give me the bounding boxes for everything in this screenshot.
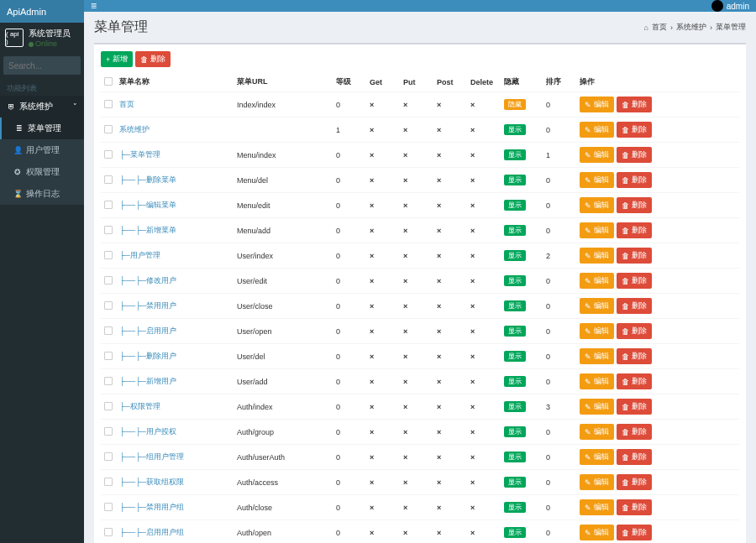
breadcrumb: ⌂ 首页 › 系统维护 › 菜单管理	[644, 22, 746, 33]
nav-label: 用户管理	[26, 144, 60, 156]
topbar-user-label[interactable]: admin	[727, 2, 749, 11]
menu-name-link[interactable]: 首页	[119, 100, 134, 108]
row-delete-button[interactable]: 🗑删除	[617, 348, 652, 364]
delete-button[interactable]: 🗑删除	[135, 51, 171, 67]
edit-button[interactable]: ✎编辑	[580, 122, 614, 138]
edit-button[interactable]: ✎编辑	[580, 97, 614, 112]
row-delete-button[interactable]: 🗑删除	[617, 373, 652, 389]
menu-name-link[interactable]: ├──├─获取组权限	[119, 478, 184, 486]
menu-name-link[interactable]: ├──├─修改用户	[119, 276, 176, 285]
edit-button[interactable]: ✎编辑	[580, 147, 614, 163]
menu-level: 0	[333, 269, 366, 294]
row-checkbox[interactable]	[104, 175, 113, 184]
sidebar-subitem[interactable]: ⌛操作日志	[0, 183, 84, 205]
edit-button[interactable]: ✎编辑	[580, 222, 614, 238]
menu-name-link[interactable]: ├──├─新增菜单	[119, 226, 176, 234]
menu-name-link[interactable]: ├──├─删除用户	[119, 352, 176, 360]
row-delete-button[interactable]: 🗑删除	[617, 499, 652, 515]
hamburger-icon[interactable]: ≡	[91, 0, 97, 12]
edit-button[interactable]: ✎编辑	[580, 172, 614, 188]
edit-button[interactable]: ✎编辑	[580, 499, 614, 515]
row-delete-button[interactable]: 🗑删除	[617, 172, 652, 188]
x-icon: ×	[437, 101, 441, 109]
menu-name-link[interactable]: ├──├─组用户管理	[119, 452, 184, 461]
row-delete-button[interactable]: 🗑删除	[617, 449, 652, 465]
edit-button[interactable]: ✎编辑	[580, 348, 614, 364]
menu-name-link[interactable]: ├──├─禁用用户	[119, 301, 176, 310]
row-checkbox[interactable]	[104, 301, 113, 310]
sidebar-item[interactable]: ⛨系统维护˅	[0, 96, 84, 117]
edit-button[interactable]: ✎编辑	[580, 449, 614, 465]
row-delete-button[interactable]: 🗑删除	[617, 399, 652, 415]
row-checkbox[interactable]	[104, 276, 113, 285]
row-checkbox[interactable]	[104, 427, 113, 436]
row-checkbox[interactable]	[104, 528, 113, 536]
row-delete-button[interactable]: 🗑删除	[617, 525, 652, 540]
menu-name-link[interactable]: ├──├─启用用户	[119, 326, 176, 335]
row-delete-button[interactable]: 🗑删除	[617, 122, 652, 138]
row-checkbox[interactable]	[104, 503, 113, 511]
row-delete-button[interactable]: 🗑删除	[617, 97, 652, 112]
menu-sort: 0	[543, 369, 576, 394]
menu-name-link[interactable]: ├──├─删除菜单	[119, 175, 176, 184]
row-delete-button[interactable]: 🗑删除	[617, 273, 652, 289]
row-checkbox[interactable]	[104, 326, 113, 335]
row-delete-button[interactable]: 🗑删除	[617, 147, 652, 163]
edit-button[interactable]: ✎编辑	[580, 323, 614, 339]
edit-button[interactable]: ✎编辑	[580, 474, 614, 490]
row-delete-button[interactable]: 🗑删除	[617, 222, 652, 238]
menu-name-link[interactable]: ├─用户管理	[119, 251, 160, 259]
topbar: ≡ admin	[84, 0, 756, 12]
menu-name-link[interactable]: 系统维护	[119, 125, 150, 133]
menu-sort: 0	[543, 269, 576, 294]
edit-button[interactable]: ✎编辑	[580, 273, 614, 289]
breadcrumb-section[interactable]: 系统维护	[676, 22, 706, 33]
edit-button[interactable]: ✎编辑	[580, 525, 614, 540]
topbar-avatar[interactable]	[711, 0, 723, 12]
brand-logo[interactable]: ApiAdmin	[0, 0, 84, 23]
row-checkbox[interactable]	[104, 352, 113, 360]
menu-name-link[interactable]: ├──├─用户授权	[119, 427, 176, 436]
row-checkbox[interactable]	[104, 452, 113, 461]
edit-button[interactable]: ✎编辑	[580, 197, 614, 213]
add-button[interactable]: +新增	[101, 51, 133, 67]
edit-button[interactable]: ✎编辑	[580, 399, 614, 415]
row-checkbox[interactable]	[104, 100, 113, 108]
sidebar-subitem[interactable]: ≣菜单管理	[0, 117, 84, 139]
row-checkbox[interactable]	[104, 478, 113, 486]
row-delete-button[interactable]: 🗑删除	[617, 424, 652, 440]
edit-button[interactable]: ✎编辑	[580, 424, 614, 440]
menu-name-link[interactable]: ├──├─禁用用户组	[119, 503, 184, 511]
menu-name-link[interactable]: ├─权限管理	[119, 402, 160, 410]
menu-name-link[interactable]: ├─菜单管理	[119, 150, 160, 159]
select-all-checkbox[interactable]	[104, 77, 113, 86]
sidebar-subitem[interactable]: ✪权限管理	[0, 161, 84, 183]
menu-level: 1	[333, 117, 366, 143]
th-level: 等级	[333, 72, 366, 92]
row-delete-button[interactable]: 🗑删除	[617, 298, 652, 314]
x-icon: ×	[470, 352, 475, 361]
edit-button[interactable]: ✎编辑	[580, 373, 614, 389]
row-delete-button[interactable]: 🗑删除	[617, 248, 652, 264]
row-delete-button[interactable]: 🗑删除	[617, 474, 652, 490]
edit-button[interactable]: ✎编辑	[580, 298, 614, 314]
edit-button[interactable]: ✎编辑	[580, 248, 614, 264]
row-checkbox[interactable]	[104, 201, 113, 209]
menu-level: 0	[333, 243, 366, 269]
row-checkbox[interactable]	[104, 226, 113, 234]
sidebar-search[interactable]: 🔍	[3, 56, 81, 75]
row-delete-button[interactable]: 🗑删除	[617, 197, 652, 213]
row-delete-button[interactable]: 🗑删除	[617, 323, 652, 339]
row-checkbox[interactable]	[104, 377, 113, 385]
sidebar-subitem[interactable]: 👤用户管理	[0, 139, 84, 161]
row-checkbox[interactable]	[104, 150, 113, 159]
row-checkbox[interactable]	[104, 125, 113, 133]
row-checkbox[interactable]	[104, 402, 113, 410]
menu-name-link[interactable]: ├──├─新增用户	[119, 377, 176, 385]
row-checkbox[interactable]	[104, 251, 113, 259]
breadcrumb-home[interactable]: 首页	[652, 22, 667, 33]
nav-icon: ⛨	[7, 102, 15, 111]
menu-name-link[interactable]: ├──├─编辑菜单	[119, 201, 176, 209]
trash-icon: 🗑	[622, 277, 629, 285]
menu-name-link[interactable]: ├──├─启用用户组	[119, 528, 184, 536]
